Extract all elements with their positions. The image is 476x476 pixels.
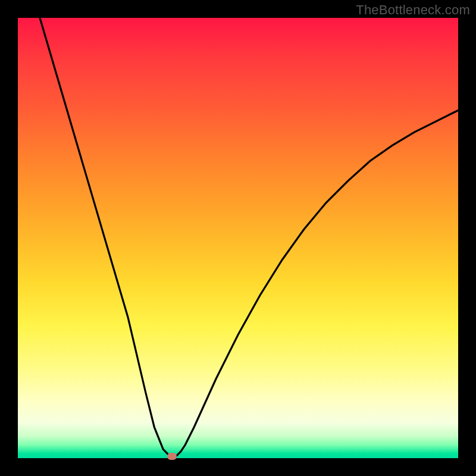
chart-frame: TheBottleneck.com (0, 0, 476, 476)
bottleneck-curve (40, 18, 458, 458)
curve-svg (18, 18, 458, 458)
optimum-marker (167, 453, 177, 460)
watermark-text: TheBottleneck.com (356, 2, 470, 18)
